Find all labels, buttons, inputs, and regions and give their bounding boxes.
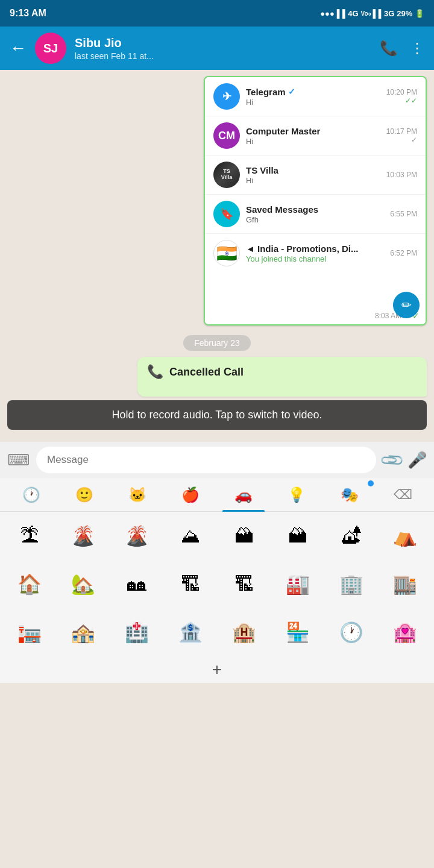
tg-item-check: ✓ [386,136,417,144]
emoji-mountain1[interactable]: ⛰ [163,514,217,558]
delete-emoji-button[interactable]: ⌫ [376,487,429,503]
tg-item-msg: You joined this channel [246,254,384,263]
keyboard-icon[interactable]: ⌨ [7,451,30,470]
emoji-24hr[interactable]: 🕐 [324,611,378,654]
list-item[interactable]: ✈ Telegram ✓ Hi 10:20 PM ✓✓ [205,77,426,116]
volte: Vo₀ [361,10,371,17]
emoji-construction2[interactable]: 🏗 [217,562,271,606]
emoji-house1[interactable]: 🏠 [2,562,56,606]
emoji-tent[interactable]: ⛺ [378,514,432,558]
emoji-post-office1[interactable]: 🏣 [2,611,56,654]
animals-icon: 🐱 [128,486,146,503]
objects-icon: 💡 [288,486,306,503]
emoji-mountain3[interactable]: 🏔 [271,514,324,558]
contact-info: Sibu Jio last seen Feb 11 at... [75,36,371,61]
cm-avatar: CM [213,122,240,149]
tg-item-time: 10:03 PM [386,171,417,179]
signal-4g: ▌▌4G [337,9,359,18]
more-options-icon[interactable]: ⋮ [410,40,424,57]
emoji-department-store[interactable]: 🏬 [378,562,432,606]
message-input[interactable] [36,447,376,473]
emoji-island[interactable]: 🏝 [2,514,56,558]
app-header: ← SJ Sibu Jio last seen Feb 11 at... 📞 ⋮ [0,27,434,70]
date-separator: February 23 [7,335,427,351]
tg-item-msg: Gfh [246,215,384,224]
tab-animals[interactable]: 🐱 [111,478,164,512]
bubble-footer: 8:03 AM ✓✓ [205,309,426,324]
emoji-volcano[interactable]: 🌋 [110,514,163,558]
emoji-houses[interactable]: 🏘 [110,562,163,606]
emoji-grid-row1: 🏝 🌋 🌋 ⛰ 🏔 🏔 🏕 ⛺ [0,512,434,560]
status-bar: 9:13 AM ●●● ▌▌4G Vo₀ ▌▌3G 29% 🔋 [0,0,434,27]
signal-3g: ▌▌3G [373,9,395,18]
tab-symbols[interactable]: 🎭 [323,478,376,512]
saved-messages-avatar: 🔖 [213,201,240,227]
tg-item-time: 10:17 PM [386,127,417,136]
emoji-love-hotel[interactable]: 🏩 [378,611,432,654]
add-emoji-button[interactable]: + [212,660,222,679]
mic-icon[interactable]: 🎤 [407,451,427,470]
tg-item-name: ◄ India - Promotions, Di... [246,244,384,254]
india-flag-icon: 🇮🇳 [216,244,237,263]
tg-item-name: Computer Master [246,126,380,136]
emoji-hotel[interactable]: 🏨 [217,611,271,654]
header-icons: 📞 ⋮ [380,40,424,57]
emoji-hospital[interactable]: 🏥 [110,611,163,654]
cancelled-call: 📞 Cancelled Call [147,364,417,380]
tg-item-meta: 10:17 PM ✓ [386,127,417,144]
tg-item-name: Saved Messages [246,204,384,215]
chat-area: ✈ Telegram ✓ Hi 10:20 PM ✓✓ CM Computer [0,70,434,442]
tab-recent[interactable]: 🕐 [5,478,58,512]
tg-item-info: TS Villa Hi [246,165,380,185]
screenshot-bubble: ✈ Telegram ✓ Hi 10:20 PM ✓✓ CM Computer [204,76,427,326]
tg-item-info: ◄ India - Promotions, Di... You joined t… [246,244,384,263]
food-icon: 🍎 [181,486,200,503]
list-item[interactable]: 🇮🇳 ◄ India - Promotions, Di... You joine… [205,234,426,272]
tg-item-time: 6:55 PM [390,210,417,218]
list-item[interactable]: TSVilla TS Villa Hi 10:03 PM [205,156,426,195]
travel-icon: 🚗 [234,486,253,503]
call-icon[interactable]: 📞 [380,40,398,57]
contact-status: last seen Feb 11 at... [75,51,371,61]
india-avatar: 🇮🇳 [213,240,240,266]
tab-food[interactable]: 🍎 [164,478,217,512]
emoji-factory[interactable]: 🏭 [271,562,324,606]
attach-icon[interactable]: 📎 [379,447,406,474]
emoji-convenience-store[interactable]: 🏪 [271,611,324,654]
emoji-construction1[interactable]: 🏗 [163,562,217,606]
tg-item-msg: Hi [246,98,380,107]
symbols-icon: 🎭 [341,486,359,503]
signal-dots: ●●● [320,9,335,18]
status-time: 9:13 AM [10,8,46,19]
smileys-icon: 🙂 [75,486,93,503]
tab-travel[interactable]: 🚗 [217,478,270,512]
tg-item-meta: 10:03 PM [386,171,417,179]
emoji-panel: 🕐 🙂 🐱 🍎 🚗 💡 🎭 ⌫ 🏝 🌋 🌋 ⛰ 🏔 🏔 🏕 [0,478,434,683]
emoji-bank[interactable]: 🏦 [163,611,217,654]
emoji-canyon[interactable]: 🌋 [56,514,110,558]
tg-item-check: ✓✓ [386,96,417,105]
status-indicators: ●●● ▌▌4G Vo₀ ▌▌3G 29% 🔋 [320,9,424,18]
emoji-camp[interactable]: 🏕 [324,514,378,558]
emoji-post-office2[interactable]: 🏤 [56,611,110,654]
emoji-tabs: 🕐 🙂 🐱 🍎 🚗 💡 🎭 ⌫ [0,478,434,512]
tg-item-meta: 6:55 PM [390,210,417,218]
list-item[interactable]: 🔖 Saved Messages Gfh 6:55 PM [205,195,426,234]
phone-icon: 📞 [147,364,163,380]
tab-smileys[interactable]: 🙂 [58,478,111,512]
back-button[interactable]: ← [10,40,27,57]
message-input-area: ⌨ 📎 🎤 [0,442,434,478]
tg-item-info: Telegram ✓ Hi [246,87,380,107]
tab-objects[interactable]: 💡 [270,478,323,512]
list-item[interactable]: CM Computer Master Hi 10:17 PM ✓ [205,116,426,156]
tg-item-time: 6:52 PM [390,249,417,257]
recent-icon: 🕐 [22,486,40,503]
contact-name: Sibu Jio [75,36,371,50]
tg-item-name: TS Villa [246,165,380,175]
pencil-icon: ✏ [401,298,412,312]
tg-item-meta: 6:52 PM [390,249,417,257]
emoji-office[interactable]: 🏢 [324,562,378,606]
emoji-house2[interactable]: 🏡 [56,562,110,606]
emoji-mountain2[interactable]: 🏔 [217,514,271,558]
fab-button[interactable]: ✏ [393,292,420,318]
